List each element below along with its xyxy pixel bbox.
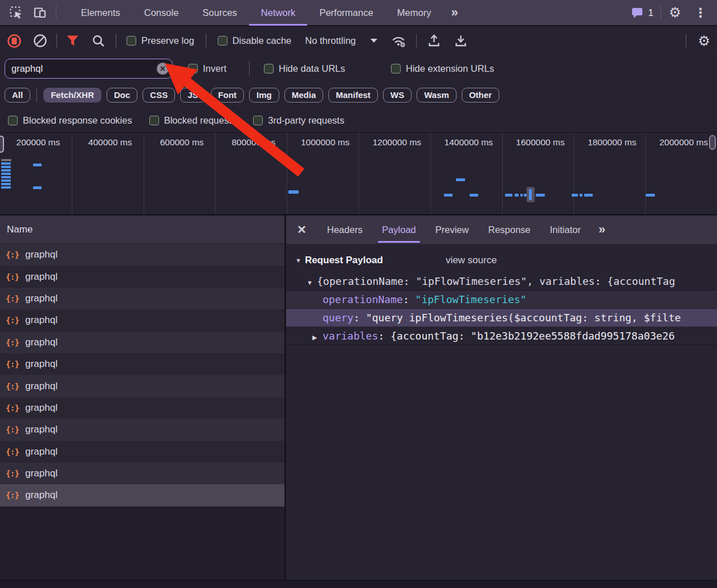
detail-tab-preview[interactable]: Preview [426,215,479,244]
type-filter-fetch-xhr[interactable]: Fetch/XHR [43,88,101,103]
disable-cache-label: Disable cache [233,35,292,46]
disable-cache-checkbox[interactable] [218,36,227,46]
filter-icon[interactable] [66,35,79,47]
device-toolbar-icon[interactable] [32,5,48,20]
view-source-link[interactable]: view source [446,255,497,266]
fetch-xhr-icon: {:} [6,338,19,347]
request-row[interactable]: {:}graphql [0,309,284,331]
blocked-requests-checkbox[interactable] [149,116,159,125]
type-filter-manifest[interactable]: Manifest [328,88,378,103]
issues-count: 1 [648,7,653,18]
more-options-icon[interactable]: ⋮ [689,6,712,20]
request-row[interactable]: {:}graphql [0,266,284,287]
record-network-log-icon[interactable] [7,34,22,48]
detail-tab-headers[interactable]: Headers [317,215,372,244]
tab-elements[interactable]: Elements [69,0,132,26]
request-timing-bar [444,194,453,197]
divider [416,34,417,48]
tab-performance[interactable]: Performance [307,0,385,26]
divider [686,34,686,48]
type-filter-img[interactable]: Img [249,88,279,103]
filter-input[interactable] [5,63,157,74]
network-conditions-icon[interactable] [391,34,407,48]
preserve-log-checkbox[interactable] [127,36,136,46]
tab-memory[interactable]: Memory [385,0,443,26]
type-filter-other[interactable]: Other [462,88,499,103]
request-timing-bar [515,194,519,197]
type-filter-doc[interactable]: Doc [107,88,137,103]
detail-tab-response[interactable]: Response [478,215,540,244]
message-bubble-icon [631,6,643,19]
hide-data-urls-checkbox[interactable] [264,64,274,74]
request-row[interactable]: {:}graphql [0,419,284,440]
export-har-icon[interactable] [454,34,468,48]
network-settings-gear-icon[interactable]: ⚙ [698,34,710,48]
type-filter-all[interactable]: All [5,88,30,103]
throttling-dropdown[interactable]: No throttling [305,35,377,46]
payload-entry-query[interactable]: query: "query ipFlowTimeseries($accountT… [286,309,717,327]
expand-triangle-icon[interactable]: ▼ [307,273,317,291]
type-filter-wasm[interactable]: Wasm [417,88,457,103]
payload-preview-line[interactable]: ▼{operationName: "ipFlowTimeseries", var… [286,272,717,291]
type-filter-css[interactable]: CSS [142,88,175,103]
import-har-icon[interactable] [427,34,441,48]
timeline-tick-label: 800000 ms [215,137,287,148]
type-filter-js[interactable]: JS [180,88,205,103]
request-timing-bar [572,194,578,197]
more-detail-tabs-icon[interactable]: » [590,222,612,237]
issues-counter[interactable]: 1 [631,6,653,19]
request-row[interactable]: {:}graphql [0,375,284,397]
timeline-tick-label: 600000 ms [144,137,215,148]
clear-network-log-icon[interactable] [33,34,47,48]
request-timing-bar [470,194,478,197]
request-timing-bar [1,186,11,189]
collapse-triangle-icon[interactable]: ▼ [295,257,302,264]
hide-extension-urls-checkbox[interactable] [391,64,401,74]
tab-sources[interactable]: Sources [190,0,249,26]
tab-network[interactable]: Network [249,0,308,26]
divider [249,61,250,76]
timeline-column: 400000 ms [72,133,144,214]
request-name: graphql [25,381,58,392]
timeline-tick-label: 1800000 ms [574,137,645,148]
request-row[interactable]: {:}graphql [0,353,284,375]
request-row[interactable]: {:}graphql [0,332,284,353]
expand-triangle-icon[interactable]: ▶ [312,328,323,345]
payload-entry-operationname[interactable]: operationName: "ipFlowTimeseries" [286,291,717,309]
tab-console[interactable]: Console [132,0,191,26]
search-icon[interactable] [92,34,105,48]
request-row[interactable]: {:}graphql [0,441,284,463]
network-overview-timeline[interactable]: 200000 ms400000 ms600000 ms800000 ms1000… [0,132,717,215]
invert-checkbox[interactable] [188,64,198,74]
blocked-response-cookies-checkbox[interactable] [8,116,18,125]
devtools-tab-bar: ElementsConsoleSourcesNetworkPerformance… [0,0,717,26]
requests-list: {:}graphql{:}graphql{:}graphql{:}graphql… [0,244,284,580]
type-filter-font[interactable]: Font [211,88,244,103]
payload-entry-variables[interactable]: ▶variables: {accountTag: "b12e3b2192ee55… [286,327,717,345]
name-column-header[interactable]: Name [0,215,284,244]
type-filter-media[interactable]: Media [284,88,324,103]
overview-right-handle[interactable] [709,135,716,150]
clear-filter-icon[interactable]: ✕ [157,63,169,75]
timeline-column: 1000000 ms [287,133,358,214]
fetch-xhr-icon: {:} [6,403,19,413]
payload-preview-text: {operationName: "ipFlowTimeseries", vari… [317,275,675,287]
overview-left-handle[interactable] [0,136,4,153]
request-row[interactable]: {:}graphql [0,397,284,419]
preserve-log-control: Preserve log [127,35,194,46]
inspect-element-icon[interactable] [8,5,24,20]
request-row[interactable]: {:}graphql [0,288,284,309]
request-row[interactable]: {:}graphql [0,463,284,484]
settings-gear-icon[interactable]: ⚙ [669,6,681,19]
3rd-party-requests-checkbox[interactable] [253,116,263,125]
request-name: graphql [25,424,58,435]
request-timing-bar [584,194,593,197]
detail-tab-initiator[interactable]: Initiator [540,215,590,244]
more-panels-icon[interactable]: » [443,5,464,20]
disable-cache-control: Disable cache [218,35,292,46]
request-row[interactable]: {:}graphql [0,244,284,266]
request-row[interactable]: {:}graphql [0,484,284,506]
detail-tab-payload[interactable]: Payload [372,215,426,244]
close-detail-icon[interactable]: ✕ [286,223,317,236]
type-filter-ws[interactable]: WS [383,88,412,103]
